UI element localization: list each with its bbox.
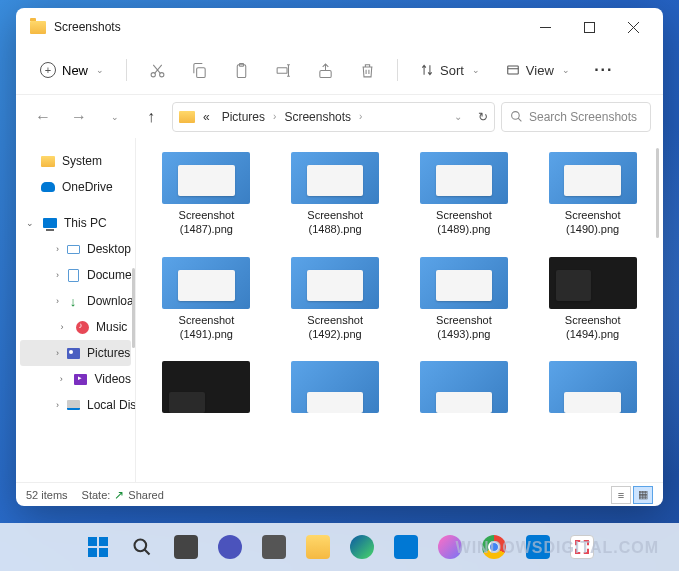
more-button[interactable]: ··· — [586, 53, 622, 87]
toolbar: + New ⌄ Sort ⌄ View ⌄ ··· — [16, 46, 663, 94]
sidebar-item-onedrive[interactable]: OneDrive — [16, 174, 135, 200]
messenger-app[interactable] — [431, 528, 469, 566]
mail-app[interactable] — [387, 528, 425, 566]
file-item[interactable]: Screenshot(1492).png — [275, 257, 396, 342]
sort-button[interactable]: Sort ⌄ — [410, 57, 490, 84]
file-name: Screenshot(1489).png — [436, 208, 492, 237]
copy-button[interactable] — [181, 53, 217, 87]
sort-icon — [420, 63, 434, 77]
chevron-down-icon: ⌄ — [562, 65, 570, 75]
sidebar-item-this-pc[interactable]: ⌄This PC — [16, 210, 135, 236]
thumbnail — [549, 257, 637, 309]
share-button[interactable] — [307, 53, 343, 87]
widgets-button[interactable] — [255, 528, 293, 566]
search-input[interactable]: Search Screenshots — [501, 102, 651, 132]
onedrive-icon — [40, 179, 56, 195]
chevron-down-icon[interactable]: ⌄ — [454, 111, 462, 122]
sidebar-item-desktop[interactable]: ›Desktop — [16, 236, 135, 262]
sidebar-item-label: Downloads — [87, 294, 136, 308]
music-icon — [74, 319, 90, 335]
file-item[interactable]: Screenshot(1490).png — [532, 152, 653, 237]
scrollbar[interactable] — [132, 268, 135, 348]
down-icon: ↓ — [65, 293, 81, 309]
file-item[interactable]: Screenshot(1487).png — [146, 152, 267, 237]
new-button[interactable]: + New ⌄ — [30, 56, 114, 84]
status-bar: 52 items State: ↗ Shared ≡ ▦ — [16, 482, 663, 506]
breadcrumb-item[interactable]: Screenshots — [280, 108, 355, 126]
address-bar[interactable]: « Pictures › Screenshots › ⌄ ↻ — [172, 102, 495, 132]
svg-rect-6 — [277, 67, 287, 73]
task-view-button[interactable] — [167, 528, 205, 566]
paste-button[interactable] — [223, 53, 259, 87]
maximize-button[interactable] — [567, 11, 611, 43]
thumbnails-view-button[interactable]: ▦ — [633, 486, 653, 504]
sidebar-item-music[interactable]: ›Music — [16, 314, 135, 340]
file-item[interactable] — [146, 361, 267, 413]
svg-point-10 — [134, 540, 146, 552]
chevron-right-icon: › — [56, 374, 67, 384]
search-button[interactable] — [123, 528, 161, 566]
sidebar-item-label: Music — [96, 320, 127, 334]
cut-button[interactable] — [139, 53, 175, 87]
breadcrumb-item[interactable]: Pictures — [218, 108, 269, 126]
disk-icon — [65, 397, 81, 413]
sidebar-item-videos[interactable]: ›Videos — [16, 366, 135, 392]
minimize-button[interactable] — [523, 11, 567, 43]
file-explorer-app[interactable] — [299, 528, 337, 566]
chevron-right-icon: › — [273, 111, 276, 122]
file-item[interactable]: Screenshot(1489).png — [404, 152, 525, 237]
sidebar-item-label: Local Disk — [87, 398, 136, 412]
file-name: Screenshot(1490).png — [565, 208, 621, 237]
edge-app[interactable] — [343, 528, 381, 566]
sidebar-item-system[interactable]: System — [16, 148, 135, 174]
sidebar: SystemOneDrive⌄This PC›Desktop›Documents… — [16, 138, 136, 482]
chat-app[interactable] — [211, 528, 249, 566]
recent-button[interactable]: ⌄ — [100, 102, 130, 132]
view-button[interactable]: View ⌄ — [496, 57, 580, 84]
file-list: Screenshot(1487).pngScreenshot(1488).png… — [136, 138, 663, 482]
store-app[interactable] — [519, 528, 557, 566]
rename-button[interactable] — [265, 53, 301, 87]
chevron-right-icon: › — [56, 270, 59, 280]
item-count: 52 items — [26, 489, 68, 501]
file-name: Screenshot(1487).png — [179, 208, 235, 237]
svg-rect-0 — [584, 22, 594, 32]
delete-button[interactable] — [349, 53, 385, 87]
svg-point-9 — [512, 112, 520, 120]
titlebar[interactable]: Screenshots — [16, 8, 663, 46]
thumbnail — [162, 257, 250, 309]
chrome-app[interactable] — [475, 528, 513, 566]
back-button[interactable]: ← — [28, 102, 58, 132]
file-explorer-window: Screenshots + New ⌄ Sort ⌄ View ⌄ ··· — [16, 8, 663, 506]
sidebar-item-pictures[interactable]: ›Pictures — [20, 340, 131, 366]
scrollbar[interactable] — [656, 148, 659, 238]
svg-rect-8 — [508, 66, 519, 74]
refresh-button[interactable]: ↻ — [478, 110, 488, 124]
file-item[interactable] — [275, 361, 396, 413]
sidebar-item-documents[interactable]: ›Documents — [16, 262, 135, 288]
details-view-button[interactable]: ≡ — [611, 486, 631, 504]
thumbnail — [162, 152, 250, 204]
file-name: Screenshot(1492).png — [307, 313, 363, 342]
address-row: ← → ⌄ ↑ « Pictures › Screenshots › ⌄ ↻ S… — [16, 94, 663, 138]
file-name: Screenshot(1494).png — [565, 313, 621, 342]
file-item[interactable]: Screenshot(1494).png — [532, 257, 653, 342]
file-name: Screenshot(1488).png — [307, 208, 363, 237]
svg-rect-3 — [196, 67, 205, 77]
file-item[interactable]: Screenshot(1488).png — [275, 152, 396, 237]
sidebar-item-downloads[interactable]: ›↓Downloads — [16, 288, 135, 314]
thumbnail — [291, 257, 379, 309]
snipping-app[interactable] — [563, 528, 601, 566]
file-item[interactable]: Screenshot(1491).png — [146, 257, 267, 342]
start-button[interactable] — [79, 528, 117, 566]
sidebar-item-local-disk[interactable]: ›Local Disk — [16, 392, 135, 418]
forward-button[interactable]: → — [64, 102, 94, 132]
file-item[interactable] — [532, 361, 653, 413]
search-icon — [510, 110, 523, 123]
file-item[interactable]: Screenshot(1493).png — [404, 257, 525, 342]
close-button[interactable] — [611, 11, 655, 43]
file-item[interactable] — [404, 361, 525, 413]
file-name: Screenshot(1491).png — [179, 313, 235, 342]
up-button[interactable]: ↑ — [136, 102, 166, 132]
chevron-right-icon: › — [56, 322, 68, 332]
